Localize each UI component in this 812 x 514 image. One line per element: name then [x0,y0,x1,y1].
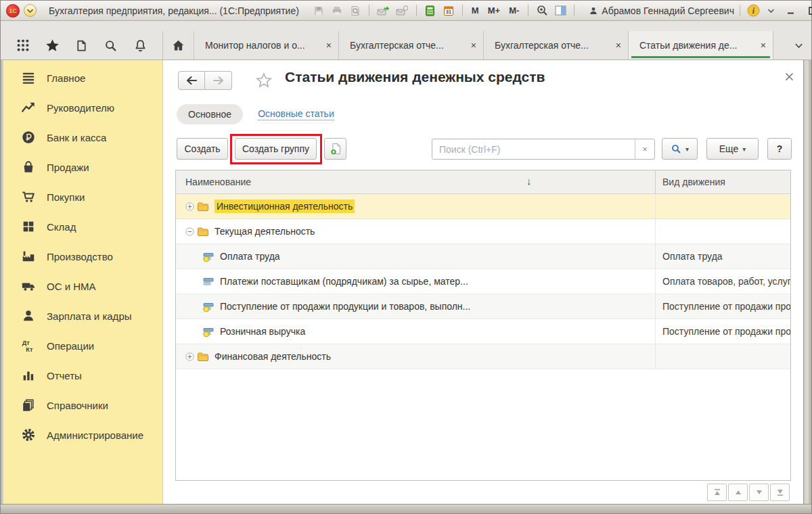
sidebar-item-11[interactable]: Справочники [3,390,162,420]
search-clear-icon[interactable]: × [635,139,654,159]
zoom-in-icon[interactable] [536,4,548,18]
sidebar-item-6[interactable]: Производство [3,241,162,271]
expand-icon[interactable] [185,352,194,361]
dtkt-icon: ДтКт [21,338,36,353]
expand-icon[interactable] [185,202,194,211]
table-row-1[interactable]: Текущая деятельность [176,219,790,244]
chevron-down-icon[interactable] [765,4,777,18]
cart-icon [21,189,36,204]
tab-close-icon[interactable]: × [761,41,766,50]
forward-button[interactable] [205,71,232,90]
scroll-down-button[interactable] [749,484,769,501]
table-row-0[interactable]: Инвестиционная деятельность [176,194,790,219]
form-sections: Основное Основные статьи [177,103,334,125]
memory-button-2[interactable]: М- [508,5,520,16]
table-row-4[interactable]: Поступление от продажи продукции и товар… [176,294,790,319]
collapse-icon[interactable] [185,227,194,236]
memory-button-0[interactable]: М [470,5,480,16]
more-button[interactable]: Еще▾ [706,138,759,160]
copy-document-icon [330,143,342,155]
sidebar-item-2[interactable]: Банк и касса [3,122,162,152]
memory-button-1[interactable]: М+ [487,5,501,16]
add-to-favorites-star-icon[interactable] [255,72,273,89]
minimize-button[interactable] [783,4,799,18]
sidebar-item-label: ОС и НМА [47,281,96,292]
table-row-3[interactable]: Платежи поставщикам (подрядчикам) за сыр… [176,269,790,294]
panel-tools [1,31,163,60]
home-tab[interactable] [163,31,194,60]
row-name: Поступление от продажи продукции и товар… [220,301,470,312]
search-input[interactable] [432,139,635,159]
sidebar-item-5[interactable]: Склад [3,212,162,241]
sidebar-item-label: Продажи [47,162,89,173]
help-button[interactable]: ? [767,138,792,160]
scroll-up-button[interactable] [728,484,748,501]
sidebar-item-8[interactable]: Зарплата и кадры [3,301,162,331]
row-name: Текущая деятельность [215,226,315,237]
sidebar-item-7[interactable]: ОС и НМА [3,271,162,301]
cell-kind: Оплата труда [656,244,790,268]
scroll-top-button[interactable] [707,484,727,501]
create-group-button[interactable]: Создать группу [235,138,317,160]
main-menu-button[interactable] [24,4,37,17]
sidebar-item-label: Отчеты [47,370,82,381]
sidebar-item-label: Администрирование [47,429,143,441]
sort-ascending-icon: ↓ [526,175,532,187]
form-close-icon[interactable] [785,72,794,81]
back-button[interactable] [178,71,205,90]
sidebar-item-12[interactable]: Администрирование [3,420,162,450]
receive-mail-icon[interactable] [396,4,409,18]
create-by-copy-button[interactable] [324,138,346,160]
window-tab-0[interactable]: Монитор налогов и о... × [194,31,339,60]
tab-close-icon[interactable]: × [616,41,621,50]
sidebar-item-label: Банк и касса [47,132,106,143]
info-icon[interactable]: i [747,4,760,18]
current-user[interactable]: Абрамов Геннадий Сергеевич [589,5,734,16]
window-tab-2[interactable]: Бухгалтерская отче... × [484,31,629,60]
table-row-2[interactable]: Оплата труда Оплата труда [176,244,790,269]
send-mail-icon[interactable] [377,4,390,18]
sidebar-item-4[interactable]: Покупки [3,182,162,212]
history-icon[interactable] [73,37,91,54]
tab-close-icon[interactable]: × [471,41,476,50]
maximize-button[interactable] [805,4,812,18]
table-row-6[interactable]: Финансовая деятельность [176,344,790,369]
sidebar-item-0[interactable]: Главное [3,63,162,93]
favorites-star-icon[interactable] [43,37,61,54]
print-preview-icon[interactable] [349,4,361,18]
tab-close-icon[interactable]: × [326,41,332,50]
bag-icon [21,160,36,174]
user-name: Абрамов Геннадий Сергеевич [602,5,734,16]
apps-grid-icon[interactable] [14,37,32,54]
scroll-bottom-button[interactable] [770,484,790,501]
column-header-name[interactable]: Наименование ↓ [176,170,656,193]
window-tab-3[interactable]: Статьи движения де... × [629,31,773,60]
sidebar-item-3[interactable]: Продажи [3,152,162,182]
search-options-button[interactable]: ▾ [662,138,698,160]
tabs-overflow-button[interactable] [786,31,811,60]
save-icon[interactable] [313,4,325,18]
column-header-kind[interactable]: Вид движения [656,170,790,193]
sidebar-item-10[interactable]: Отчеты [3,360,162,390]
tab-label: Статьи движения де... [639,40,755,51]
calculator-icon[interactable] [424,4,436,18]
split-columns-icon[interactable] [554,4,566,18]
calendar-icon[interactable]: 31 [443,4,455,18]
chevron-down-icon [795,43,803,48]
print-icon[interactable] [331,4,343,18]
create-button[interactable]: Создать [177,138,228,160]
tab-label: Монитор налогов и о... [205,40,321,51]
cell-name: Платежи поставщикам (подрядчикам) за сыр… [176,269,656,294]
sidebar-item-1[interactable]: Руководителю [3,93,162,122]
window-tab-1[interactable]: Бухгалтерская отче... × [339,31,484,60]
element-predefined-icon [203,326,215,337]
search-icon[interactable] [102,37,120,54]
cell-kind [656,219,790,243]
section-tab-main[interactable]: Основное [177,104,243,124]
notifications-bell-icon[interactable] [131,37,149,54]
table-row-5[interactable]: Розничная выручка Поступление от продажи… [176,319,790,344]
sidebar-item-9[interactable]: ДтКт Операции [3,331,162,360]
section-tab-main-items[interactable]: Основные статьи [258,108,334,120]
trend-icon [21,100,36,115]
row-name: Финансовая деятельность [215,351,331,362]
